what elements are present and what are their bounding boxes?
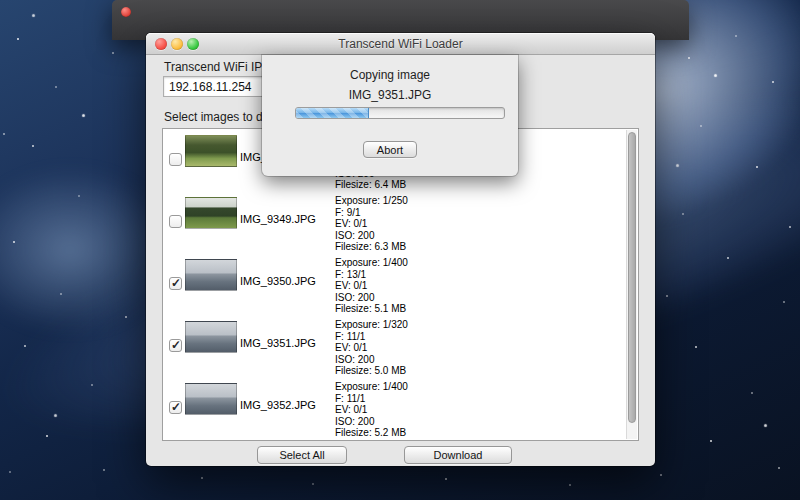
exif-fstop: F: 11/1	[335, 393, 408, 405]
close-button[interactable]	[155, 38, 167, 50]
image-filename: IMG_9351.JPG	[240, 337, 316, 349]
image-checkbox[interactable]	[169, 339, 182, 352]
image-checkbox[interactable]	[169, 215, 182, 228]
exif-exposure: Exposure: 1/250	[335, 195, 408, 207]
image-filename: IMG_9350.JPG	[240, 275, 316, 287]
list-item: IMG_9351.JPG Exposure: 1/320 F: 11/1 EV:…	[163, 315, 638, 377]
image-thumbnail	[185, 197, 237, 229]
image-exif: Exposure: 1/250 F: 9/1 EV: 0/1 ISO: 200 …	[335, 195, 408, 253]
exif-filesize: Filesize: 5.2 MB	[335, 427, 408, 439]
exif-fstop: F: 9/1	[335, 207, 408, 219]
close-icon[interactable]	[121, 7, 131, 17]
download-button[interactable]: Download	[404, 446, 512, 464]
exif-iso: ISO: 200	[335, 292, 408, 304]
copying-filename: IMG_9351.JPG	[262, 82, 518, 102]
list-item: IMG_9349.JPG Exposure: 1/250 F: 9/1 EV: …	[163, 191, 638, 253]
sheet-title: Copying image	[262, 55, 518, 82]
exif-filesize: Filesize: 6.3 MB	[335, 241, 408, 253]
image-checkbox[interactable]	[169, 401, 182, 414]
exif-filesize: Filesize: 6.4 MB	[335, 179, 408, 191]
window-title: Transcend WiFi Loader	[146, 33, 655, 55]
exif-exposure: Exposure: 1/400	[335, 257, 408, 269]
image-checkbox[interactable]	[169, 153, 182, 166]
image-exif: Exposure: 1/400 F: 13/1 EV: 0/1 ISO: 200…	[335, 257, 408, 315]
image-thumbnail	[185, 259, 237, 291]
exif-iso: ISO: 200	[335, 416, 408, 428]
scrollbar-thumb[interactable]	[628, 132, 636, 423]
image-thumbnail	[185, 321, 237, 353]
list-item: IMG_9352.JPG Exposure: 1/400 F: 11/1 EV:…	[163, 377, 638, 439]
image-thumbnail	[185, 135, 237, 167]
exif-exposure: Exposure: 1/400	[335, 381, 408, 393]
exif-filesize: Filesize: 5.0 MB	[335, 365, 408, 377]
image-exif: Exposure: 1/400 F: 11/1 EV: 0/1 ISO: 200…	[335, 381, 408, 439]
image-filename: IMG_9349.JPG	[240, 213, 316, 225]
exif-ev: EV: 0/1	[335, 218, 408, 230]
abort-button[interactable]: Abort	[363, 141, 417, 158]
select-all-button[interactable]: Select All	[257, 446, 347, 464]
list-scrollbar[interactable]	[626, 130, 637, 439]
desktop-background: Transcend WiFi Loader Transcend WiFi IP:…	[0, 0, 800, 500]
exif-filesize: Filesize: 5.1 MB	[335, 303, 408, 315]
image-exif: Exposure: 1/320 F: 11/1 EV: 0/1 ISO: 200…	[335, 319, 408, 377]
exif-fstop: F: 13/1	[335, 269, 408, 281]
title-bar[interactable]: Transcend WiFi Loader	[146, 33, 655, 55]
exif-ev: EV: 0/1	[335, 404, 408, 416]
list-item: IMG_9350.JPG Exposure: 1/400 F: 13/1 EV:…	[163, 253, 638, 315]
image-filename: IMG_9352.JPG	[240, 399, 316, 411]
image-checkbox[interactable]	[169, 277, 182, 290]
copy-progress-sheet: Copying image IMG_9351.JPG Abort	[262, 55, 518, 176]
exif-fstop: F: 11/1	[335, 331, 408, 343]
minimize-button[interactable]	[171, 38, 183, 50]
zoom-button[interactable]	[187, 38, 199, 50]
exif-iso: ISO: 200	[335, 354, 408, 366]
exif-ev: EV: 0/1	[335, 342, 408, 354]
image-thumbnail	[185, 383, 237, 415]
exif-exposure: Exposure: 1/320	[335, 319, 408, 331]
progress-fill	[296, 108, 369, 118]
exif-iso: ISO: 200	[335, 230, 408, 242]
wifi-ip-label: Transcend WiFi IP:	[164, 60, 266, 74]
app-window: Transcend WiFi Loader Transcend WiFi IP:…	[146, 33, 655, 466]
progress-bar	[295, 107, 505, 119]
exif-ev: EV: 0/1	[335, 280, 408, 292]
